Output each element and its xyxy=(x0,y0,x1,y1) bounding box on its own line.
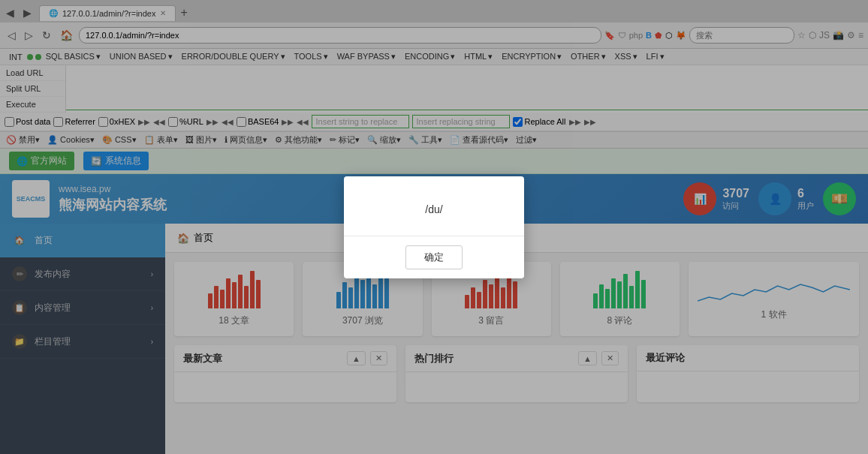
dialog-content: /du/ xyxy=(425,203,442,215)
dialog-overlay[interactable]: /du/ 确定 xyxy=(0,0,868,454)
dialog-confirm-button[interactable]: 确定 xyxy=(405,245,463,269)
dialog-footer: 确定 xyxy=(344,236,524,278)
dialog-body: /du/ xyxy=(344,176,524,236)
dialog: /du/ 确定 xyxy=(344,176,524,278)
